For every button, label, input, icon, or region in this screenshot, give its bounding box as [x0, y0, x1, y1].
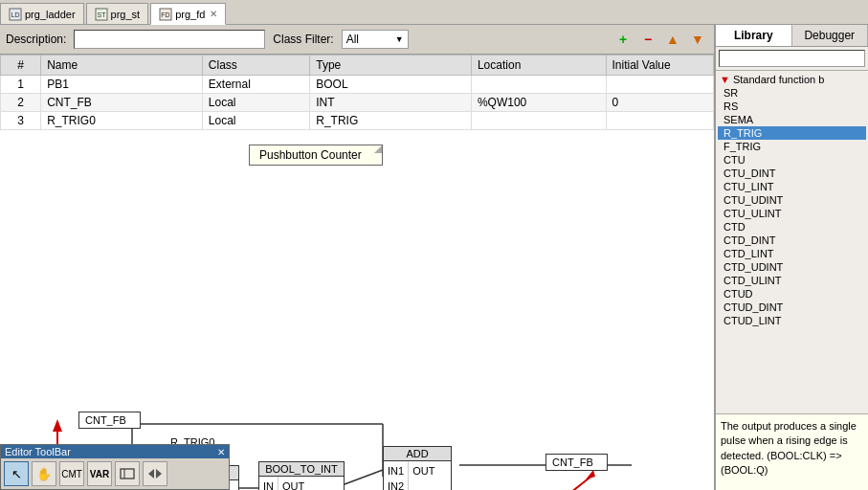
tree-item-R_TRIG[interactable]: R_TRIG [718, 126, 866, 140]
library-info: The output produces a single pulse when … [716, 413, 868, 490]
tab-prg-fd[interactable]: FD prg_fd ✕ [150, 3, 226, 25]
row2-location: %QW100 [471, 94, 606, 112]
add-button[interactable]: + [612, 29, 634, 50]
tab-prg-st[interactable]: ST prg_st [86, 3, 149, 24]
move-down-button[interactable]: ▼ [687, 29, 708, 50]
tool-comment[interactable]: CMT [59, 461, 84, 486]
description-input[interactable] [74, 30, 265, 49]
main-container: Description: Class Filter: All ▼ + − ▲ ▼… [0, 25, 868, 490]
add-in2-port: IN2 [388, 479, 404, 490]
bool-to-int-title: BOOL_TO_INT [259, 462, 344, 477]
add-block[interactable]: ADD IN1 IN2 OUT [383, 446, 452, 490]
tab-debugger[interactable]: Debugger [792, 25, 869, 46]
editor-toolbar-close[interactable]: ✕ [217, 447, 225, 457]
library-tabs: Library Debugger [716, 25, 868, 47]
col-header-class: Class [202, 56, 309, 76]
svg-text:LD: LD [11, 11, 20, 18]
tool-connection[interactable] [143, 461, 167, 486]
class-filter-value: All [346, 33, 359, 46]
tree-item-CTU_UDINT[interactable]: CTU_UDINT [718, 193, 866, 207]
tree-item-CTUD_LINT[interactable]: CTUD_LINT [718, 314, 866, 327]
tool-fb[interactable] [115, 461, 140, 486]
svg-line-8 [345, 470, 383, 484]
tab-label-fd: prg_fd [175, 9, 205, 20]
row1-type: BOOL [310, 76, 472, 94]
row2-num: 2 [1, 94, 41, 112]
tree-item-CTD_LINT[interactable]: CTD_LINT [718, 247, 866, 260]
tree-item-CTD_ULINT[interactable]: CTD_ULINT [718, 274, 866, 287]
add-in1-port: IN1 [388, 463, 404, 479]
tab-library[interactable]: Library [716, 25, 792, 46]
add-outputs: OUT [408, 461, 438, 490]
note-label: Pushbutton Counter [249, 145, 383, 166]
tree-item-F_TRIG[interactable]: F_TRIG [718, 140, 866, 153]
tree-item-CTU[interactable]: CTU [718, 153, 866, 167]
table-row[interactable]: 2 CNT_FB Local INT %QW100 0 [1, 94, 714, 112]
tree-item-SR[interactable]: SR [718, 86, 866, 100]
left-panel: Description: Class Filter: All ▼ + − ▲ ▼… [0, 25, 715, 490]
tree-item-RS[interactable]: RS [718, 100, 866, 113]
table-row[interactable]: 1 PB1 External BOOL [1, 76, 714, 94]
tab-icon-st: ST [95, 8, 108, 21]
add-inputs: IN1 IN2 [384, 461, 408, 490]
tree-item-CTU_LINT[interactable]: CTU_LINT [718, 180, 866, 193]
bool-to-int-in-port: IN [263, 479, 274, 490]
row1-num: 1 [1, 76, 41, 94]
row3-num: 3 [1, 112, 41, 130]
fbd-canvas[interactable]: Pushbutton Counter CNT_FB R_TRIG0 PB1 R_… [0, 130, 714, 490]
fbd-svg [0, 130, 714, 490]
tab-label-st: prg_st [111, 9, 141, 20]
bool-to-int-outputs: OUT [278, 477, 308, 490]
cnt-fb-var1[interactable]: CNT_FB [78, 412, 141, 429]
note-text: Pushbutton Counter [259, 148, 362, 162]
tab-bar: LD prg_ladder ST prg_st FD prg_fd ✕ [0, 0, 868, 25]
col-header-type: Type [310, 56, 472, 76]
bool-to-int-block[interactable]: BOOL_TO_INT IN OUT [258, 461, 345, 490]
tab-close-fd[interactable]: ✕ [210, 9, 217, 19]
row3-type: R_TRIG [310, 112, 472, 130]
tool-select[interactable]: ↖ [4, 461, 29, 486]
toolbar-buttons: + − ▲ ▼ [612, 29, 708, 50]
row2-type: INT [310, 94, 472, 112]
right-panel: Library Debugger ▼ Standard function b S… [715, 25, 868, 490]
fb-icon [119, 465, 136, 482]
library-search[interactable] [719, 50, 865, 67]
tree-item-CTU_DINT[interactable]: CTU_DINT [718, 167, 866, 180]
tree-item-CTUD_DINT[interactable]: CTUD_DINT [718, 301, 866, 314]
svg-marker-16 [53, 419, 62, 432]
svg-rect-27 [121, 469, 134, 479]
svg-line-19 [435, 475, 593, 490]
class-filter-select[interactable]: All ▼ [342, 30, 409, 49]
tree-item-CTD_UDINT[interactable]: CTD_UDINT [718, 260, 866, 274]
tree-item-SEMA[interactable]: SEMA [718, 113, 866, 126]
tree-expand-icon[interactable]: ▼ [720, 74, 730, 85]
tool-var[interactable]: VAR [87, 461, 112, 486]
col-header-name: Name [41, 56, 203, 76]
row2-initial: 0 [606, 94, 714, 112]
table-row[interactable]: 3 R_TRIG0 Local R_TRIG [1, 112, 714, 130]
class-filter-label: Class Filter: [273, 33, 333, 46]
tree-item-CTU_ULINT[interactable]: CTU_ULINT [718, 207, 866, 220]
svg-text:ST: ST [97, 11, 106, 18]
remove-button[interactable]: − [637, 29, 658, 50]
svg-marker-20 [586, 470, 595, 479]
svg-marker-29 [148, 469, 154, 479]
svg-marker-30 [156, 469, 162, 479]
row1-name: PB1 [41, 76, 203, 94]
editor-toolbar-body: ↖ ✋ CMT VAR [1, 458, 229, 489]
editor-toolbar: Editor ToolBar ✕ ↖ ✋ CMT VAR [0, 444, 230, 490]
bool-to-int-inputs: IN [259, 477, 278, 490]
tree-item-CTD[interactable]: CTD [718, 220, 866, 234]
col-header-initial: Initial Value [606, 56, 714, 76]
tab-label-ladder: prg_ladder [25, 9, 76, 20]
tab-prg-ladder[interactable]: LD prg_ladder [0, 3, 84, 24]
tree-item-CTD_DINT[interactable]: CTD_DINT [718, 234, 866, 247]
move-up-button[interactable]: ▲ [662, 29, 683, 50]
tool-hand[interactable]: ✋ [32, 461, 56, 486]
tree-item-CTUD[interactable]: CTUD [718, 287, 866, 301]
row2-class: Local [202, 94, 309, 112]
tree-category-node: ▼ Standard function b [718, 73, 866, 86]
svg-text:FD: FD [162, 11, 170, 18]
cnt-fb-var2[interactable]: CNT_FB [545, 454, 608, 471]
row3-location [471, 112, 606, 130]
